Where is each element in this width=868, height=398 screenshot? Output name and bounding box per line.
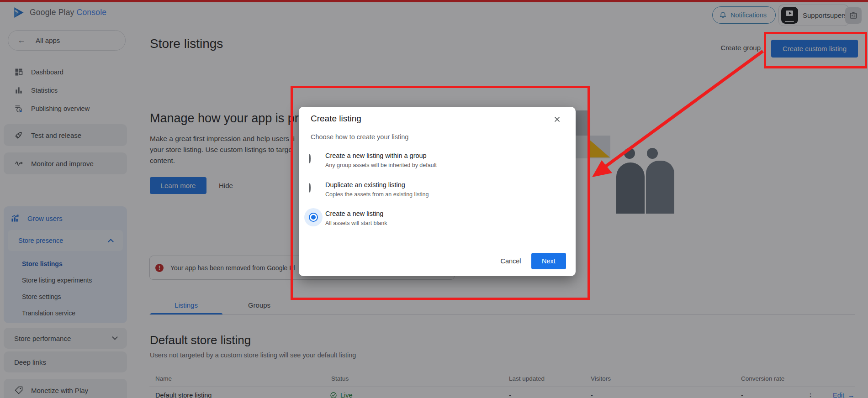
annotation-box-create-custom-listing (764, 32, 867, 68)
annotation-box-modal (291, 86, 590, 300)
